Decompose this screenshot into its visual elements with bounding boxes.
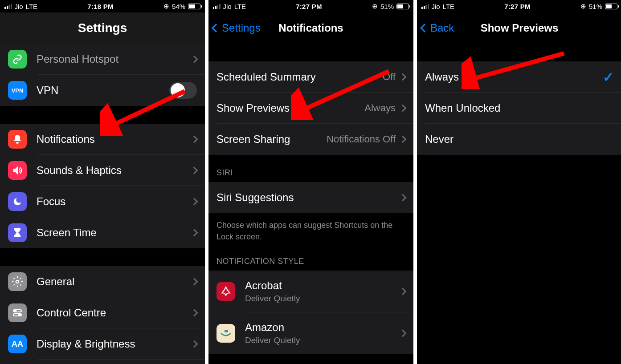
- label: VPN: [37, 84, 169, 97]
- chevron-right-icon: [191, 167, 198, 174]
- chevron-right-icon: [399, 73, 407, 81]
- link-icon: [8, 50, 27, 69]
- status-bar: Jio LTE 7:18 PM ⊕ 54%: [0, 0, 205, 12]
- chevron-right-icon: [191, 278, 198, 286]
- chevron-right-icon: [399, 136, 407, 143]
- label: Scheduled Summary: [217, 71, 383, 83]
- row-vpn[interactable]: VPN VPN: [0, 75, 205, 106]
- nav-header: Back Show Previews: [417, 12, 621, 44]
- chevron-right-icon: [191, 198, 198, 206]
- row-control-centre[interactable]: Control Centre: [0, 297, 205, 328]
- status-time: 7:27 PM: [504, 3, 531, 10]
- network-label: LTE: [26, 3, 37, 10]
- group-header-siri: SIRI: [208, 155, 413, 182]
- battery-icon: [188, 4, 200, 9]
- row-never[interactable]: Never: [417, 124, 621, 155]
- detail: Always: [364, 102, 396, 114]
- row-personal-hotspot[interactable]: Personal Hotspot: [0, 44, 205, 75]
- row-screen-sharing[interactable]: Screen Sharing Notifications Off: [208, 124, 413, 155]
- row-siri-suggestions[interactable]: Siri Suggestions: [208, 182, 413, 213]
- battery-icon: [396, 4, 409, 9]
- row-display[interactable]: AA Display & Brightness: [0, 328, 205, 360]
- app-sub: Deliver Quietly: [245, 336, 300, 345]
- row-always[interactable]: Always ✓: [417, 61, 621, 93]
- vpn-icon: VPN: [8, 81, 27, 100]
- toggles-icon: [8, 303, 27, 322]
- gear-icon: [8, 272, 27, 291]
- nav-header: Settings Notifications: [208, 12, 413, 44]
- row-app-acrobat[interactable]: Acrobat Deliver Quietly: [208, 271, 413, 312]
- label: Screen Sharing: [217, 133, 327, 146]
- chevron-right-icon: [399, 194, 407, 202]
- label: Focus: [37, 195, 192, 208]
- label: Show Previews: [217, 102, 364, 114]
- label: Notifications: [37, 133, 192, 146]
- status-time: 7:27 PM: [296, 3, 322, 10]
- label: Control Centre: [37, 307, 192, 319]
- speaker-icon: [8, 161, 27, 180]
- chevron-right-icon: [191, 229, 198, 237]
- vpn-toggle[interactable]: [169, 82, 197, 99]
- moon-icon: [8, 192, 27, 211]
- row-notifications[interactable]: Notifications: [0, 124, 205, 155]
- row-sounds[interactable]: Sounds & Haptics: [0, 155, 205, 186]
- app-sub: Deliver Quietly: [245, 294, 300, 303]
- status-bar: Jio LTE 7:27 PM ⊕ 51%: [208, 0, 413, 12]
- row-general[interactable]: General: [0, 266, 205, 297]
- back-button[interactable]: Settings: [213, 22, 261, 34]
- label: Siri Suggestions: [217, 191, 400, 204]
- label: Screen Time: [37, 226, 192, 239]
- group-header-style: NOTIFICATION STYLE: [208, 249, 413, 271]
- page-title: Settings: [78, 21, 127, 35]
- battery-percent: 51%: [589, 3, 602, 10]
- carrier-label: Jio: [223, 3, 232, 10]
- chevron-right-icon: [191, 309, 198, 317]
- svg-point-4: [19, 314, 20, 316]
- row-show-previews[interactable]: Show Previews Always: [208, 93, 413, 124]
- row-next-cut[interactable]: [0, 360, 205, 364]
- detail: Off: [383, 71, 396, 83]
- label: When Unlocked: [425, 102, 614, 114]
- signal-bars-icon: [421, 4, 429, 9]
- amazon-icon: [217, 324, 235, 343]
- carrier-label: Jio: [15, 3, 23, 10]
- lock-icon: ⊕: [580, 2, 586, 10]
- page-title: Show Previews: [481, 22, 559, 34]
- row-focus[interactable]: Focus: [0, 186, 205, 217]
- chevron-left-icon: [212, 24, 221, 32]
- chevron-right-icon: [399, 288, 407, 295]
- chevron-left-icon: [420, 24, 429, 32]
- phone-settings: Jio LTE 7:18 PM ⊕ 54% Settings Personal …: [0, 0, 205, 364]
- row-when-unlocked[interactable]: When Unlocked: [417, 93, 621, 124]
- battery-icon: [605, 4, 617, 9]
- detail: Notifications Off: [327, 133, 396, 145]
- back-label: Back: [430, 22, 454, 34]
- phone-show-previews: Jio LTE 7:27 PM ⊕ 51% Back Show Previews…: [417, 0, 621, 364]
- label: Sounds & Haptics: [37, 164, 192, 177]
- status-bar: Jio LTE 7:27 PM ⊕ 51%: [417, 0, 621, 12]
- battery-percent: 51%: [380, 3, 394, 10]
- svg-point-2: [14, 310, 16, 312]
- label: Personal Hotspot: [37, 53, 192, 65]
- signal-bars-icon: [4, 4, 12, 9]
- app-label: Amazon: [245, 321, 300, 334]
- chevron-right-icon: [191, 136, 198, 143]
- group-footer-siri: Choose which apps can suggest Shortcuts …: [208, 213, 413, 249]
- app-label: Acrobat: [245, 279, 300, 292]
- row-scheduled-summary[interactable]: Scheduled Summary Off: [208, 61, 413, 93]
- chevron-right-icon: [191, 340, 198, 348]
- battery-percent: 54%: [172, 3, 185, 10]
- carrier-label: Jio: [432, 3, 440, 10]
- row-app-amazon[interactable]: Amazon Deliver Quietly: [208, 312, 413, 354]
- svg-rect-7: [225, 330, 228, 332]
- text-size-icon: AA: [8, 335, 27, 353]
- row-screen-time[interactable]: Screen Time: [0, 217, 205, 248]
- svg-point-0: [16, 280, 19, 283]
- back-button[interactable]: Back: [421, 22, 454, 34]
- status-time: 7:18 PM: [87, 3, 114, 10]
- bell-icon: [8, 130, 27, 149]
- label: General: [37, 275, 192, 288]
- chevron-right-icon: [191, 56, 198, 63]
- nav-header: Settings: [0, 12, 205, 44]
- signal-bars-icon: [213, 4, 221, 9]
